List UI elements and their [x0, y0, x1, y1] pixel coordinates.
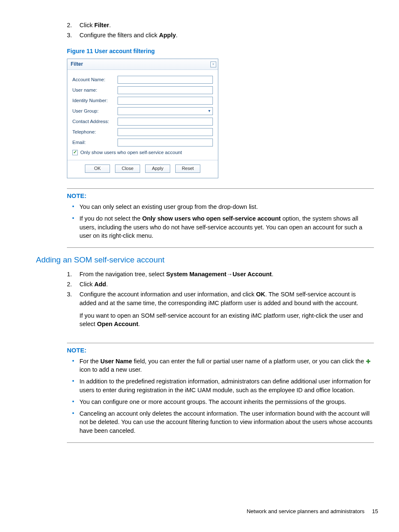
bullet-icon: • [67, 203, 79, 211]
list-item: • Canceling an account only deletes the … [67, 409, 374, 435]
step-3: 3. Configure the account information and… [67, 290, 374, 332]
row-user-name: User name: [72, 86, 213, 94]
row-telephone: Telephone: [72, 128, 213, 136]
footer-text: Network and service planners and adminis… [247, 508, 365, 515]
bullet-text: If you do not select the Only show users… [79, 214, 374, 240]
input-email[interactable] [118, 139, 213, 146]
step-number: 3. [67, 31, 79, 39]
bullet-text: You can only select an existing user gro… [79, 203, 374, 211]
page-content: 2. Click Filter. 3. Configure the filter… [67, 21, 374, 443]
input-identity-number[interactable] [118, 97, 213, 105]
step-text: Click Add. [79, 280, 374, 288]
label-user-group: User Group: [72, 108, 118, 114]
bullet-icon: • [67, 409, 79, 435]
row-contact-address: Contact Address: [72, 118, 213, 126]
dialog-body: Account Name: User name: Identity Number… [67, 70, 218, 160]
row-identity-number: Identity Number: [72, 97, 213, 105]
row-user-group: User Group: ▾ [72, 107, 213, 115]
step-1: 1. From the navigation tree, select Syst… [67, 270, 374, 278]
note2-bullets: • For the User Name field, you can enter… [67, 357, 374, 435]
list-item: • You can configure one or more account … [67, 398, 374, 406]
input-user-name[interactable] [118, 86, 213, 94]
bullet-icon: • [67, 357, 79, 374]
dialog-title: Filter [71, 61, 83, 68]
dialog-buttons: OK Close Apply Reset [67, 160, 218, 178]
list-item: • You can only select an existing user g… [67, 203, 374, 211]
filter-dialog: Filter × Account Name: User name: Identi… [67, 59, 218, 178]
step-number: 2. [67, 21, 79, 29]
list-item: • In addition to the predefined registra… [67, 377, 374, 394]
step-text: Configure the account information and us… [79, 290, 374, 332]
bullet-text: You can configure one or more account gr… [79, 398, 374, 406]
select-user-group[interactable]: ▾ [118, 107, 213, 115]
note-box-2: NOTE: • For the User Name field, you can… [67, 343, 374, 443]
checkbox-self-service[interactable]: ✓ [72, 150, 78, 155]
label-account-name: Account Name: [72, 76, 118, 83]
chevron-down-icon[interactable]: ▾ [206, 108, 212, 115]
note-box-1: NOTE: • You can only select an existing … [67, 188, 374, 248]
label-identity-number: Identity Number: [72, 97, 118, 104]
label-user-name: User name: [72, 87, 118, 93]
input-account-name[interactable] [118, 76, 213, 84]
bullet-text: In addition to the predefined registrati… [79, 377, 374, 394]
row-account-name: Account Name: [72, 76, 213, 84]
reset-button[interactable]: Reset [175, 164, 200, 173]
step-text: From the navigation tree, select System … [79, 270, 374, 278]
ok-button[interactable]: OK [85, 164, 110, 173]
step-3: 3. Configure the filters and click Apply… [67, 31, 374, 39]
step-number: 1. [67, 270, 79, 278]
bullet-icon: • [67, 398, 79, 406]
dialog-header: Filter × [67, 59, 218, 70]
plus-icon: ✚ [366, 359, 371, 364]
step-number: 3. [67, 290, 79, 332]
note1-bullets: • You can only select an existing user g… [67, 203, 374, 240]
bullet-text: For the User Name field, you can enter t… [79, 357, 374, 374]
input-telephone[interactable] [118, 128, 213, 136]
label-contact-address: Contact Address: [72, 118, 118, 125]
steps-list-add: 1. From the navigation tree, select Syst… [67, 270, 374, 333]
step-number: 2. [67, 280, 79, 288]
step-text: Configure the filters and click Apply. [79, 31, 374, 39]
step-2: 2. Click Filter. [67, 21, 374, 29]
checkbox-row: ✓ Only show users who open self-service … [72, 149, 213, 156]
label-email: Email: [72, 139, 118, 146]
close-button[interactable]: Close [115, 164, 140, 173]
list-item: • For the User Name field, you can enter… [67, 357, 374, 374]
figure-caption: Figure 11 User account filtering [67, 47, 374, 56]
step-text: Click Filter. [79, 21, 374, 29]
note-label: NOTE: [67, 191, 374, 200]
list-item: • If you do not select the Only show use… [67, 214, 374, 240]
steps-list-top: 2. Click Filter. 3. Configure the filter… [67, 21, 374, 40]
section-heading: Adding an SOM self-service account [36, 254, 374, 266]
page-number: 15 [372, 508, 378, 515]
checkbox-label: Only show users who open self-service ac… [80, 149, 182, 156]
step-2: 2. Click Add. [67, 280, 374, 288]
bullet-text: Canceling an account only deletes the ac… [79, 409, 374, 435]
bullet-icon: • [67, 214, 79, 240]
input-contact-address[interactable] [118, 118, 213, 126]
bullet-icon: • [67, 377, 79, 394]
page-footer: Network and service planners and adminis… [247, 508, 378, 515]
label-telephone: Telephone: [72, 129, 118, 135]
close-icon[interactable]: × [210, 62, 216, 67]
note-label: NOTE: [67, 346, 374, 355]
apply-button[interactable]: Apply [145, 164, 170, 173]
row-email: Email: [72, 139, 213, 146]
